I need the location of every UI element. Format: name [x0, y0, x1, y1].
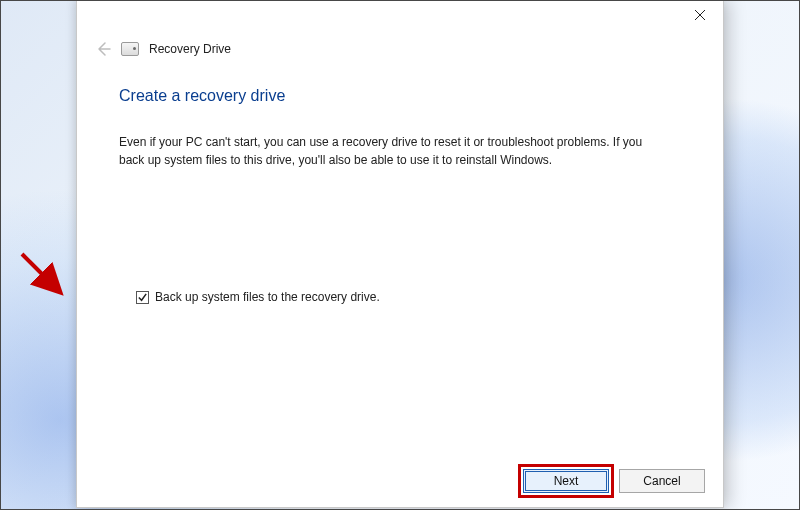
titlebar — [77, 1, 723, 29]
checkmark-icon — [137, 292, 148, 303]
drive-icon — [121, 42, 139, 56]
cancel-button[interactable]: Cancel — [619, 469, 705, 493]
back-arrow-icon — [95, 41, 111, 57]
page-description: Even if your PC can't start, you can use… — [119, 133, 659, 169]
backup-checkbox[interactable] — [136, 291, 149, 304]
dialog-buttons: Next Cancel — [523, 469, 705, 493]
page-title: Create a recovery drive — [119, 87, 681, 105]
close-button[interactable] — [677, 1, 723, 29]
backup-checkbox-label: Back up system files to the recovery dri… — [155, 290, 380, 304]
next-button[interactable]: Next — [523, 469, 609, 493]
dialog-header: Recovery Drive — [77, 29, 723, 63]
backup-checkbox-row[interactable]: Back up system files to the recovery dri… — [136, 290, 380, 304]
cancel-button-label: Cancel — [643, 474, 680, 488]
next-button-label: Next — [554, 474, 579, 488]
recovery-drive-dialog: Recovery Drive Create a recovery drive E… — [76, 0, 724, 508]
dialog-app-title: Recovery Drive — [149, 42, 231, 56]
dialog-content: Create a recovery drive Even if your PC … — [77, 63, 723, 169]
close-icon — [695, 10, 705, 20]
